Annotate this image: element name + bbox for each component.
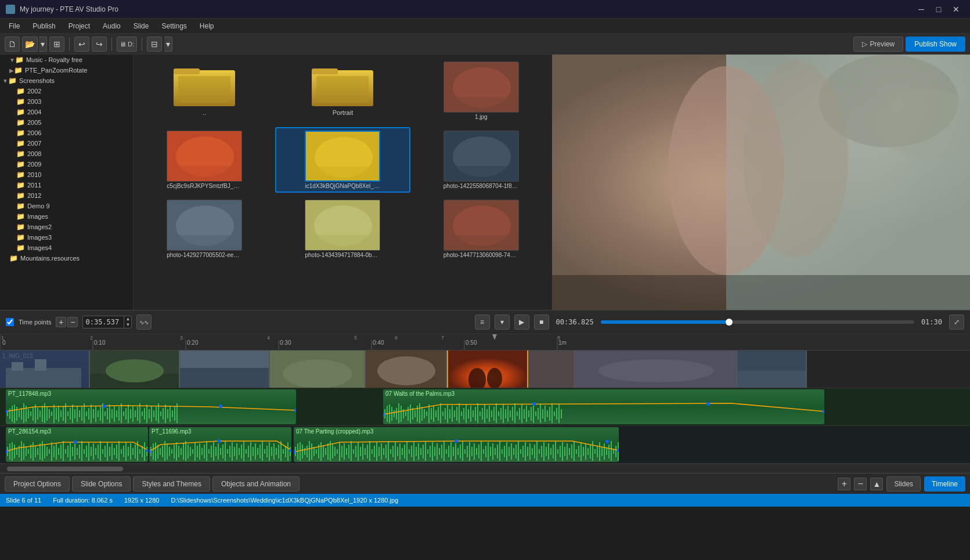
time-spinners: ▲ ▼: [124, 316, 131, 327]
timeline-progress[interactable]: [601, 320, 914, 324]
sidebar-item-19[interactable]: 📁Mountains.resources: [0, 253, 133, 263]
sidebar-item-6[interactable]: 📁2005: [0, 117, 133, 128]
close-button[interactable]: ✕: [948, 1, 964, 17]
grid-item-7[interactable]: photo-1434394717884-0b03b...: [275, 196, 410, 262]
remove-item-button[interactable]: −: [854, 478, 867, 490]
grid-item-1[interactable]: Portrait: [275, 58, 410, 124]
sidebar-item-18[interactable]: 📁Images4: [0, 243, 133, 253]
slide-clip-1[interactable]: 1. IMG_013: [0, 351, 90, 388]
publish-show-button[interactable]: Publish Show: [906, 37, 965, 52]
sidebar-item-0[interactable]: ▼ 📁Music - Royalty free: [0, 55, 133, 65]
svg-rect-219: [519, 408, 520, 420]
grid-item-5[interactable]: photo-1422558068704-1f8f06...: [414, 127, 549, 193]
sidebar-item-9[interactable]: 📁2008: [0, 149, 133, 159]
minimize-button[interactable]: ─: [913, 1, 929, 17]
menu-settings[interactable]: Settings: [156, 21, 192, 31]
sidebar-item-4[interactable]: 📁2003: [0, 96, 133, 107]
time-down-button[interactable]: ▼: [124, 322, 131, 328]
new-button[interactable]: 🗋: [5, 37, 20, 52]
time-up-button[interactable]: ▲: [124, 316, 131, 322]
slide-clip-7[interactable]: 7. photo-1522897170024-25dd68a50c13: [575, 351, 737, 388]
menu-publish[interactable]: Publish: [27, 21, 61, 31]
sidebar-item-17[interactable]: 📁Images3: [0, 232, 133, 243]
grid-item-3[interactable]: c5cjBc9sRJKPYSmtzfBJ_DSC_...: [137, 127, 272, 193]
menu-slide[interactable]: Slide: [128, 21, 155, 31]
expand-button[interactable]: ⤢: [949, 315, 964, 330]
time-input[interactable]: [83, 318, 124, 326]
file-path: D:\Slideshows\Screenshots\Wedding\ic1dX3…: [171, 497, 398, 504]
audio-track-2: PT_286154.mp3: [0, 426, 970, 464]
redo-button[interactable]: ↪: [92, 37, 107, 52]
slide-clip-7a[interactable]: phot: [528, 351, 575, 388]
svg-rect-454: [490, 447, 491, 456]
view2-button[interactable]: ⊟: [147, 37, 162, 52]
grid-item-4[interactable]: ic1dX3kBQjGNaPQb8Xel_192...: [275, 127, 410, 193]
open-dropdown[interactable]: ▾: [39, 37, 47, 52]
svg-rect-92: [30, 411, 31, 416]
audio-clip-1[interactable]: PT_117848.mp3: [6, 389, 296, 424]
sidebar-item-10[interactable]: 📁2009: [0, 159, 133, 169]
styles-themes-button[interactable]: Styles and Themes: [133, 476, 210, 492]
sidebar-item-15[interactable]: 📁Images: [0, 211, 133, 222]
timeline-scrollbar[interactable]: [0, 464, 970, 473]
slide-clip-3[interactable]: 3. IMG_0314: [180, 351, 270, 388]
slide-clip-4[interactable]: 4. IMG_0356: [270, 351, 366, 388]
sidebar-item-7[interactable]: 📁2006: [0, 128, 133, 138]
preview-button[interactable]: ▷ Preview: [853, 37, 904, 52]
play-button[interactable]: ▶: [514, 315, 529, 330]
view2-dropdown[interactable]: ▾: [164, 37, 172, 52]
sidebar-item-13[interactable]: 📁2012: [0, 190, 133, 201]
timeline-view-button[interactable]: Timeline: [924, 476, 965, 492]
audio-clip-4[interactable]: PT_11696.mp3: [149, 427, 291, 462]
sidebar-item-11[interactable]: 📁2010: [0, 169, 133, 180]
project-options-button[interactable]: Project Options: [5, 476, 70, 492]
grid-item-0[interactable]: ..: [137, 58, 272, 124]
menu-file[interactable]: File: [3, 21, 26, 31]
sidebar-item-2[interactable]: ▼ 📁Screenshots: [0, 75, 133, 86]
slide-clip-2[interactable]: 2. IMG_0294: [90, 351, 180, 388]
svg-rect-382: [323, 446, 324, 457]
slide-clip-6[interactable]: 6. phot: [447, 351, 528, 388]
undo-button[interactable]: ↩: [74, 37, 89, 52]
open-button[interactable]: 📂: [22, 37, 38, 52]
add-item-button[interactable]: +: [838, 478, 850, 490]
sidebar-item-14[interactable]: 📁Demo 9: [0, 201, 133, 211]
audio-clip-3[interactable]: PT_286154.mp3: [6, 427, 148, 462]
svg-rect-281: [98, 445, 99, 458]
view-button[interactable]: ⊞: [49, 37, 64, 52]
slide-options-button[interactable]: Slide Options: [72, 476, 131, 492]
sidebar-item-5[interactable]: 📁2004: [0, 107, 133, 117]
timeline-menu-button[interactable]: ≡: [475, 315, 490, 330]
svg-rect-102: [53, 404, 55, 423]
grid-item-2[interactable]: 1.jpg: [414, 58, 549, 124]
add-timepoint-button[interactable]: +: [56, 317, 66, 327]
timeline-dropdown-button[interactable]: ▾: [495, 315, 510, 330]
move-up-button[interactable]: ▲: [870, 478, 883, 490]
objects-animation-button[interactable]: Objects and Animation: [212, 476, 300, 492]
grid-item-8[interactable]: photo-1447713060098-74c4e...: [414, 196, 549, 262]
stop-button[interactable]: ■: [534, 315, 549, 330]
sidebar-item-8[interactable]: 📁2007: [0, 138, 133, 149]
timepoints-checkbox[interactable]: [6, 318, 14, 326]
scrollbar-thumb[interactable]: [7, 467, 123, 471]
sidebar-item-1[interactable]: ▶ 📁PTE_PanZoomRotate: [0, 65, 133, 75]
menu-audio[interactable]: Audio: [97, 21, 127, 31]
image-thumb-3: [167, 131, 242, 182]
sidebar-item-12[interactable]: 📁2011: [0, 180, 133, 190]
maximize-button[interactable]: □: [931, 1, 947, 17]
waveform-button[interactable]: ∿∿: [136, 315, 152, 330]
menu-help[interactable]: Help: [194, 21, 220, 31]
sidebar-item-3[interactable]: 📁2002: [0, 86, 133, 96]
audio-clip-label-3: PT_286154.mp3: [6, 427, 53, 436]
slide-clip-8[interactable]: 8. IMG: [737, 351, 807, 388]
slide-clip-5[interactable]: 5. photo: [366, 351, 447, 388]
audio-clip-5[interactable]: 07 The Parting (cropped).mp3: [294, 427, 619, 462]
menu-project[interactable]: Project: [63, 21, 96, 31]
svg-rect-400: [365, 448, 366, 455]
svg-rect-224: [531, 407, 532, 421]
grid-item-6[interactable]: photo-1429277005502-eed8e...: [137, 196, 272, 262]
audio-clip-2[interactable]: 07 Walts of the Palms.mp3: [383, 389, 824, 424]
remove-timepoint-button[interactable]: −: [67, 317, 78, 327]
slides-view-button[interactable]: Slides: [886, 476, 921, 492]
sidebar-item-16[interactable]: 📁Images2: [0, 222, 133, 232]
